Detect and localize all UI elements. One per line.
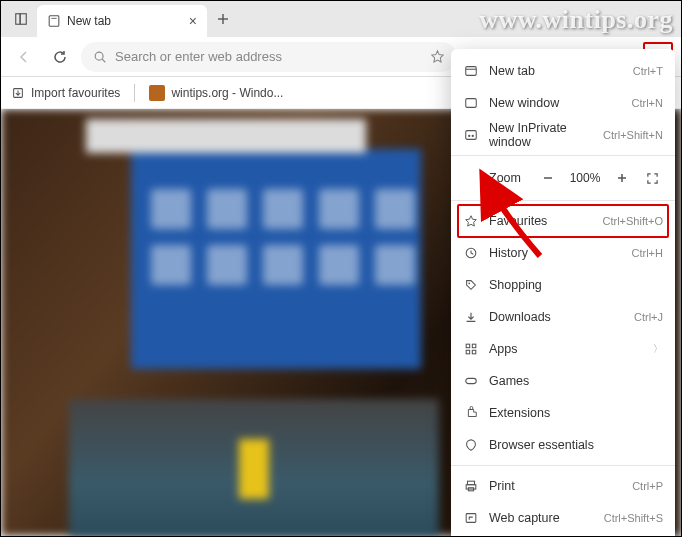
downloads-icon: [463, 309, 479, 325]
svg-rect-34: [472, 344, 476, 348]
extensions-icon: [463, 405, 479, 421]
svg-point-32: [468, 282, 470, 284]
menu-new-window[interactable]: New window Ctrl+N: [451, 87, 675, 119]
favourites-icon: [463, 213, 479, 229]
menu-shopping[interactable]: Shopping: [451, 269, 675, 301]
essentials-icon: [463, 437, 479, 453]
menu-label: Downloads: [489, 310, 624, 324]
zoom-in-button[interactable]: [611, 167, 633, 189]
bookmark-wintips-label: wintips.org - Windo...: [171, 86, 283, 100]
menu-shortcut: Ctrl+H: [632, 247, 663, 259]
import-favourites-button[interactable]: Import favourites: [11, 86, 120, 100]
svg-rect-41: [466, 514, 476, 523]
menu-shortcut: Ctrl+Shift+S: [604, 512, 663, 524]
svg-rect-22: [466, 67, 477, 76]
fullscreen-button[interactable]: [641, 167, 663, 189]
tab-close-button[interactable]: ×: [189, 13, 197, 29]
svg-rect-25: [466, 131, 477, 140]
tab-actions-button[interactable]: [7, 5, 35, 33]
web-capture-icon: [463, 510, 479, 526]
import-favourites-label: Import favourites: [31, 86, 120, 100]
svg-rect-35: [466, 350, 470, 354]
menu-label: New tab: [489, 64, 623, 78]
menu-shortcut: Ctrl+N: [632, 97, 663, 109]
menu-history[interactable]: History Ctrl+H: [451, 237, 675, 269]
menu-zoom-row: Zoom 100%: [451, 160, 675, 196]
tab-title: New tab: [67, 14, 111, 28]
menu-shortcut: Ctrl+Shift+N: [603, 129, 663, 141]
menu-apps[interactable]: Apps 〉: [451, 333, 675, 365]
menu-shortcut: Ctrl+P: [632, 480, 663, 492]
menu-web-capture[interactable]: Web capture Ctrl+Shift+S: [451, 502, 675, 534]
menu-browser-essentials[interactable]: Browser essentials: [451, 429, 675, 461]
svg-rect-36: [472, 350, 476, 354]
new-window-icon: [463, 95, 479, 111]
menu-label: Apps: [489, 342, 643, 356]
menu-favourites[interactable]: Favourites Ctrl+Shift+O: [451, 205, 675, 237]
svg-rect-39: [466, 485, 476, 489]
menu-label: Games: [489, 374, 663, 388]
history-icon: [463, 245, 479, 261]
svg-rect-24: [466, 99, 477, 108]
wintips-favicon: [149, 85, 165, 101]
settings-and-more-menu: New tab Ctrl+T New window Ctrl+N New InP…: [451, 49, 675, 537]
menu-label: Browser essentials: [489, 438, 663, 452]
bookmarks-separator: [134, 84, 135, 102]
svg-rect-37: [466, 378, 477, 383]
inprivate-icon: [463, 127, 479, 143]
games-icon: [463, 373, 479, 389]
menu-separator: [451, 465, 675, 466]
menu-label: Shopping: [489, 278, 663, 292]
bookmark-wintips[interactable]: wintips.org - Windo...: [149, 85, 283, 101]
zoom-out-button[interactable]: [537, 167, 559, 189]
shopping-icon: [463, 277, 479, 293]
chevron-right-icon: 〉: [653, 342, 663, 356]
new-tab-icon: [463, 63, 479, 79]
svg-rect-0: [16, 14, 20, 25]
back-button[interactable]: [9, 42, 39, 72]
new-tab-button[interactable]: [209, 5, 237, 33]
menu-label: Favourites: [489, 214, 592, 228]
menu-new-tab[interactable]: New tab Ctrl+T: [451, 55, 675, 87]
menu-shortcut: Ctrl+T: [633, 65, 663, 77]
menu-downloads[interactable]: Downloads Ctrl+J: [451, 301, 675, 333]
menu-extensions[interactable]: Extensions: [451, 397, 675, 429]
address-placeholder: Search or enter web address: [115, 49, 422, 64]
menu-shortcut: Ctrl+J: [634, 311, 663, 323]
menu-games[interactable]: Games: [451, 365, 675, 397]
search-icon: [93, 50, 107, 64]
active-tab[interactable]: New tab ×: [37, 5, 207, 37]
menu-label: Extensions: [489, 406, 663, 420]
svg-point-26: [468, 135, 470, 137]
zoom-value: 100%: [567, 171, 603, 185]
svg-point-27: [472, 135, 474, 137]
menu-print[interactable]: Print Ctrl+P: [451, 470, 675, 502]
menu-label: Web capture: [489, 511, 594, 525]
menu-separator: [451, 200, 675, 201]
tab-bar: New tab ×: [1, 1, 681, 37]
menu-label: History: [489, 246, 622, 260]
svg-point-6: [95, 52, 103, 60]
tab-page-icon: [47, 14, 61, 28]
menu-label: Print: [489, 479, 622, 493]
refresh-button[interactable]: [45, 42, 75, 72]
apps-icon: [463, 341, 479, 357]
svg-rect-33: [466, 344, 470, 348]
svg-rect-1: [20, 14, 26, 25]
menu-label: New InPrivate window: [489, 121, 593, 149]
svg-rect-2: [49, 16, 59, 27]
menu-label: New window: [489, 96, 622, 110]
svg-line-7: [102, 59, 105, 62]
print-icon: [463, 478, 479, 494]
menu-separator: [451, 155, 675, 156]
zoom-label: Zoom: [463, 171, 529, 185]
menu-shortcut: Ctrl+Shift+O: [602, 215, 663, 227]
favourite-star-icon[interactable]: [430, 49, 445, 64]
menu-inprivate-window[interactable]: New InPrivate window Ctrl+Shift+N: [451, 119, 675, 151]
address-bar[interactable]: Search or enter web address: [81, 42, 457, 72]
import-icon: [11, 86, 25, 100]
